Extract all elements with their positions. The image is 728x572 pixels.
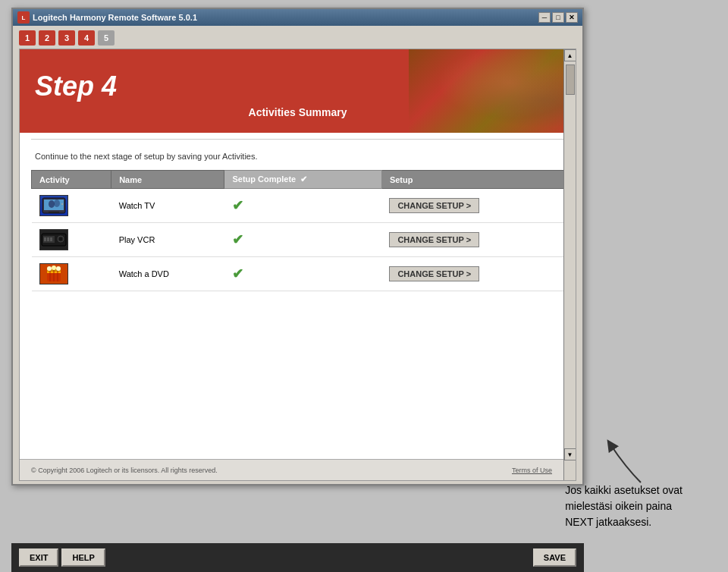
bottom-bar: EXIT HELP SAVE [11,543,584,572]
terms-link[interactable]: Terms of Use [512,467,552,474]
close-button[interactable]: ✕ [566,12,578,23]
step-tab-2[interactable]: 2 [39,30,55,46]
activities-table-area: Activity Name Setup Complete ✔ Setup [31,170,564,291]
help-button[interactable]: HELP [61,548,105,567]
svg-rect-16 [49,269,51,281]
window-title: Logitech Harmony Remote Software 5.0.1 [33,13,197,22]
watch-tv-change-setup-button[interactable]: CHANGE SETUP > [389,198,479,213]
scrollbar[interactable]: ▲ ▼ [563,49,576,481]
check-icon: ✔ [232,266,243,281]
step-tabs: 1 2 3 4 5 [13,26,582,49]
play-vcr-complete: ✔ [224,223,381,257]
svg-rect-18 [57,269,58,281]
col-name: Name [111,171,224,189]
svg-rect-2 [49,212,59,213]
col-setup: Setup [381,171,563,189]
window-controls: ─ □ ✕ [538,12,578,23]
col-setup-complete: Setup Complete ✔ [224,171,381,189]
col-activity: Activity [32,171,111,189]
content-footer: © Copyright 2006 Logitech or its licenso… [20,459,563,480]
watch-dvd-change-setup-button[interactable]: CHANGE SETUP > [389,266,479,281]
watch-tv-complete: ✔ [224,189,381,223]
play-vcr-change-setup-button[interactable]: CHANGE SETUP > [389,232,479,247]
scroll-up-button[interactable]: ▲ [564,49,576,61]
tv-icon [39,195,68,216]
step-tab-4[interactable]: 4 [78,30,95,46]
activity-icon-cell [32,189,111,223]
annotation: Jos kaikki asetukset ovat mielestäsi oik… [565,482,682,530]
svg-point-19 [47,266,52,271]
svg-point-20 [52,266,56,270]
svg-rect-10 [44,237,46,241]
exit-button[interactable]: EXIT [19,548,58,567]
activity-icon-cell [32,257,111,291]
play-vcr-setup-cell: CHANGE SETUP > [381,223,563,257]
table-row: Watch a DVD ✔ CHANGE SETUP > [32,257,564,291]
scroll-thumb[interactable] [566,64,575,95]
content-divider [31,139,564,140]
activity-name-play-vcr: Play VCR [111,223,224,257]
step-tab-3[interactable]: 3 [58,30,75,46]
title-bar-left: L Logitech Harmony Remote Software 5.0.1 [17,11,197,24]
step-tab-1[interactable]: 1 [19,30,36,46]
header-section: support | select language | logout Step … [20,49,576,133]
copyright-text: © Copyright 2006 Logitech or its licenso… [31,467,218,474]
save-button[interactable]: SAVE [533,548,576,567]
svg-point-4 [49,200,55,208]
activity-name-watch-dvd: Watch a DVD [111,257,224,291]
annotation-line2: mielestäsi oikein paina [565,500,672,512]
maximize-button[interactable]: □ [552,12,564,23]
activity-icon-cell [32,223,111,257]
watch-dvd-complete: ✔ [224,257,381,291]
dvd-icon [39,263,68,284]
activities-table: Activity Name Setup Complete ✔ Setup [31,170,564,291]
app-icon: L [17,11,30,24]
minimize-button[interactable]: ─ [538,12,551,23]
svg-rect-11 [47,237,49,241]
watch-dvd-setup-cell: CHANGE SETUP > [381,257,563,291]
table-row: Play VCR ✔ CHANGE SETUP > [32,223,564,257]
watch-tv-setup-cell: CHANGE SETUP > [381,189,563,223]
check-icon: ✔ [232,198,243,213]
table-row: Watch TV ✔ CHANGE SETUP > [32,189,564,223]
table-header-row: Activity Name Setup Complete ✔ Setup [32,171,564,189]
svg-point-9 [59,237,62,240]
activity-name-watch-tv: Watch TV [111,189,224,223]
svg-point-21 [56,266,61,271]
scroll-down-button[interactable]: ▼ [564,448,576,460]
vcr-icon [39,229,68,250]
image-overlay [409,49,576,133]
check-icon: ✔ [232,232,243,247]
app-window: L Logitech Harmony Remote Software 5.0.1… [11,8,584,486]
main-content: support | select language | logout Step … [19,49,576,481]
header-image [409,49,576,133]
step-tab-5[interactable]: 5 [98,30,115,46]
svg-point-3 [61,203,63,205]
svg-point-5 [54,200,60,207]
svg-rect-12 [50,237,52,241]
instructions-text: Continue to the next stage of setup by s… [20,146,576,170]
annotation-line3: NEXT jatkaaksesi. [565,516,651,528]
annotation-arrow [595,437,656,490]
title-bar: L Logitech Harmony Remote Software 5.0.1… [13,9,582,26]
svg-rect-17 [53,269,55,281]
bottom-left-buttons: EXIT HELP [19,548,105,567]
